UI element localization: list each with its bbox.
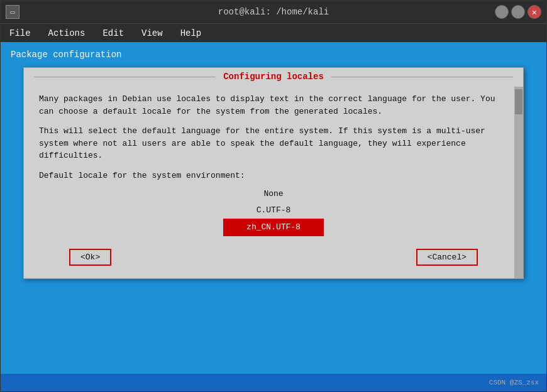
dialog-paragraph-1: Many packages in Debian use locales to d… [39, 93, 508, 117]
dialog-paragraph-2: This will select the default language fo… [39, 125, 508, 162]
minimize-button[interactable] [495, 5, 509, 19]
bottom-bar: CSDN @ZS_zsx [1, 374, 546, 391]
dialog-box: Configuring locales Many packages in Deb… [23, 67, 524, 279]
credit-text: CSDN @ZS_zsx [489, 379, 539, 386]
title-line-right [331, 77, 513, 77]
menu-item-edit[interactable]: Edit [99, 27, 128, 40]
dialog-locale-label: Default locale for the system environmen… [39, 170, 508, 182]
locale-list: None C.UTF-8 zh_CN.UTF-8 [39, 187, 508, 236]
scrollbar-thumb [515, 89, 522, 114]
menu-item-actions[interactable]: Actions [45, 27, 89, 40]
locale-option-cutf8[interactable]: C.UTF-8 [223, 203, 324, 218]
menu-item-help[interactable]: Help [177, 27, 206, 40]
dialog-buttons: <Ok> <Cancel> [39, 249, 508, 266]
cancel-button[interactable]: <Cancel> [416, 249, 478, 266]
locale-option-zhcn[interactable]: zh_CN.UTF-8 [223, 219, 324, 236]
menu-item-view[interactable]: View [138, 27, 167, 40]
dialog-title: Configuring locales [223, 72, 324, 82]
terminal-content: Package configuration Configuring locale… [1, 42, 546, 374]
terminal-header: Package configuration [11, 50, 536, 60]
ok-button[interactable]: <Ok> [69, 249, 111, 266]
window-title: root@kali: /home/kali [218, 7, 329, 17]
title-bar: ▭ root@kali: /home/kali ✕ [1, 1, 546, 23]
window-controls: ✕ [495, 5, 541, 19]
dialog-scrollbar[interactable] [514, 87, 523, 278]
title-line-left [34, 77, 216, 77]
window-icon[interactable]: ▭ [6, 5, 19, 19]
maximize-button[interactable] [511, 5, 525, 19]
terminal-window: ▭ root@kali: /home/kali ✕ File Actions E… [0, 0, 547, 392]
locale-option-none[interactable]: None [223, 187, 324, 202]
close-button[interactable]: ✕ [528, 5, 541, 19]
menu-item-file[interactable]: File [6, 27, 35, 40]
dialog-title-bar: Configuring locales [24, 68, 523, 85]
menu-bar: File Actions Edit View Help [1, 23, 546, 42]
dialog-body: Many packages in Debian use locales to d… [24, 85, 523, 278]
